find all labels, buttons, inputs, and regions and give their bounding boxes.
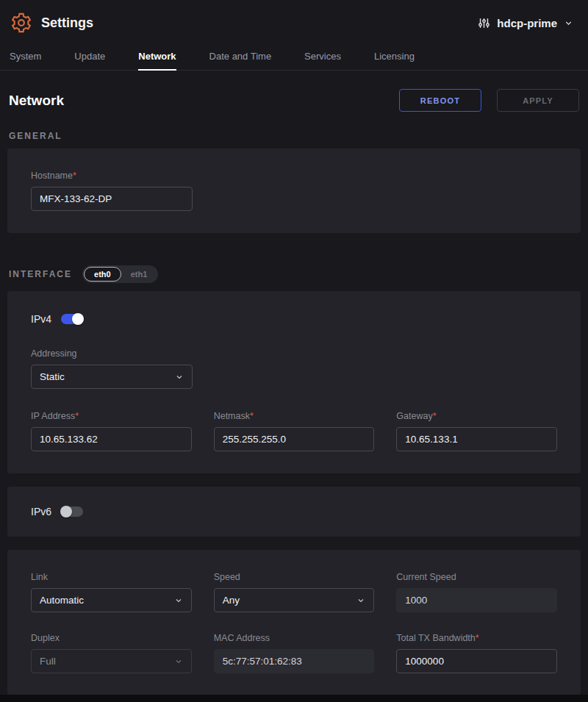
device-selector[interactable]: hdcp-prime xyxy=(478,17,573,29)
toggle-knob xyxy=(60,506,72,517)
required-marker: * xyxy=(476,633,479,643)
ipv4-toggle-row: IPv4 xyxy=(31,313,557,325)
ip-address-label: IP Address* xyxy=(31,411,192,421)
ipv6-label: IPv6 xyxy=(31,506,51,517)
hostname-field-group: Hostname* xyxy=(31,171,193,211)
interface-section-row: INTERFACE eth0 eth1 xyxy=(9,265,579,283)
total-tx-bandwidth-field-group: Total TX Bandwidth* xyxy=(396,633,557,673)
link-value: Automatic xyxy=(40,595,84,606)
speed-value: Any xyxy=(223,595,240,606)
duplex-select: Full xyxy=(31,649,192,673)
reboot-button[interactable]: REBOOT xyxy=(399,89,481,112)
ipv4-card: IPv4 Addressing Static IP Address* Ne xyxy=(7,291,581,473)
port-tab-eth1[interactable]: eth1 xyxy=(121,268,157,281)
ip-address-field-group: IP Address* xyxy=(31,411,192,451)
settings-tabbar: System Update Network Date and Time Serv… xyxy=(0,46,588,71)
link-field-group: Link Automatic xyxy=(31,572,192,612)
sliders-icon xyxy=(478,17,490,29)
chevron-down-icon xyxy=(175,373,184,382)
chevron-down-icon xyxy=(174,657,183,666)
chevron-down-icon xyxy=(564,18,573,28)
interface-section-label: INTERFACE xyxy=(9,269,72,279)
hostname-label: Hostname* xyxy=(31,171,193,181)
gear-icon xyxy=(10,12,32,34)
netmask-input[interactable] xyxy=(214,427,375,451)
addressing-select[interactable]: Static xyxy=(31,365,193,389)
link-settings-card: Link Automatic Speed Any Cur xyxy=(7,550,581,695)
required-marker: * xyxy=(250,411,254,421)
netmask-label: Netmask* xyxy=(214,411,375,421)
header-left: Settings xyxy=(10,12,93,34)
required-marker: * xyxy=(73,171,76,181)
interface-port-switch: eth0 eth1 xyxy=(82,265,158,283)
netmask-field-group: Netmask* xyxy=(214,411,375,451)
tab-system[interactable]: System xyxy=(10,46,41,70)
required-marker: * xyxy=(75,411,79,421)
gateway-input[interactable] xyxy=(396,427,557,451)
ip-address-input[interactable] xyxy=(31,427,192,451)
duplex-value: Full xyxy=(40,656,56,667)
duplex-label: Duplex xyxy=(31,633,192,643)
app-header: Settings hdcp-prime xyxy=(0,0,588,46)
mac-address-label: MAC Address xyxy=(214,633,375,643)
device-name: hdcp-prime xyxy=(497,17,557,29)
required-marker: * xyxy=(433,411,437,421)
general-card: Hostname* xyxy=(7,148,581,233)
current-speed-value: 1000 xyxy=(396,588,557,612)
gateway-label: Gateway* xyxy=(396,411,557,421)
action-buttons: REBOOT APPLY xyxy=(399,89,579,112)
mac-address-value: 5c:77:57:01:62:83 xyxy=(214,649,375,673)
addressing-field-group: Addressing Static xyxy=(31,348,193,389)
speed-field-group: Speed Any xyxy=(214,572,375,612)
tab-licensing[interactable]: Licensing xyxy=(374,46,415,70)
addressing-value: Static xyxy=(40,371,65,382)
ipv6-toggle-row: IPv6 xyxy=(31,506,557,517)
total-tx-bandwidth-label: Total TX Bandwidth* xyxy=(396,633,557,643)
bottom-strip xyxy=(0,695,588,702)
page-app-title: Settings xyxy=(41,15,93,31)
apply-button[interactable]: APPLY xyxy=(497,89,579,112)
total-tx-bandwidth-input[interactable] xyxy=(396,649,557,673)
ipv4-toggle[interactable] xyxy=(61,314,83,324)
chevron-down-icon xyxy=(356,596,365,605)
ipv6-card: IPv6 xyxy=(7,487,581,537)
current-speed-field-group: Current Speed 1000 xyxy=(396,572,557,612)
speed-select[interactable]: Any xyxy=(214,588,375,612)
chevron-down-icon xyxy=(174,596,183,605)
ipv6-toggle[interactable] xyxy=(61,506,83,517)
ipv4-address-grid: IP Address* Netmask* Gateway* xyxy=(31,411,557,451)
tab-network[interactable]: Network xyxy=(138,46,176,70)
speed-label: Speed xyxy=(214,572,375,582)
tab-date-and-time[interactable]: Date and Time xyxy=(209,46,272,70)
page-head: Network REBOOT APPLY xyxy=(7,89,581,112)
duplex-field-group: Duplex Full xyxy=(31,633,192,673)
mac-address-field-group: MAC Address 5c:77:57:01:62:83 xyxy=(214,633,375,673)
port-tab-eth0[interactable]: eth0 xyxy=(84,267,121,282)
ipv4-label: IPv4 xyxy=(31,313,51,325)
gateway-field-group: Gateway* xyxy=(396,411,557,451)
current-speed-label: Current Speed xyxy=(396,572,557,582)
toggle-knob xyxy=(72,313,84,325)
link-settings-grid: Link Automatic Speed Any Cur xyxy=(31,572,557,673)
tab-update[interactable]: Update xyxy=(74,46,105,70)
general-section-label: GENERAL xyxy=(9,131,579,141)
hostname-input[interactable] xyxy=(31,187,193,211)
addressing-label: Addressing xyxy=(31,348,193,359)
link-label: Link xyxy=(31,572,192,582)
link-select[interactable]: Automatic xyxy=(31,588,192,612)
page-title: Network xyxy=(9,93,64,109)
tab-services[interactable]: Services xyxy=(304,46,341,70)
